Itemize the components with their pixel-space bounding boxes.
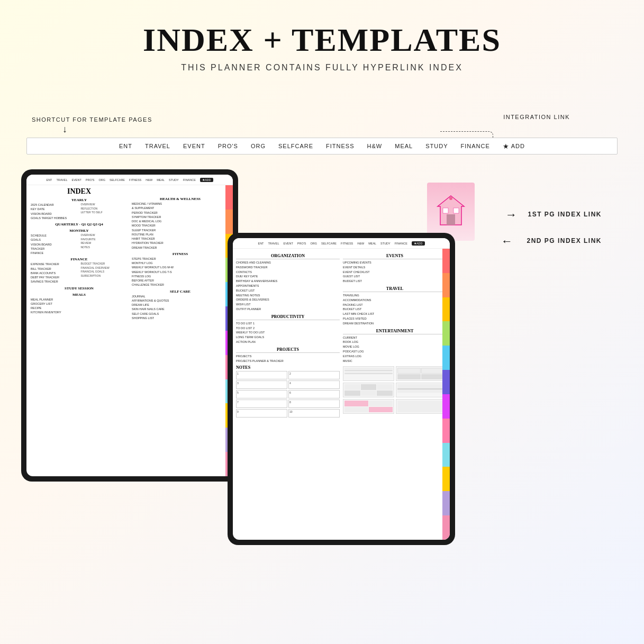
monthly-vision: VISION BOARD	[31, 242, 78, 247]
rtab-orange[interactable]	[442, 273, 450, 297]
rtab-cyan[interactable]	[442, 443, 450, 467]
fit-log: FITNESS LOG	[132, 274, 229, 278]
rtab-red[interactable]	[442, 249, 450, 273]
tnav-org[interactable]: ORG	[98, 178, 105, 182]
rtnav-travel[interactable]: TRAVEL	[268, 242, 279, 245]
yearly-item-keydate: KEY DATE	[31, 207, 78, 211]
rtab-violet[interactable]	[442, 394, 450, 419]
finance-sub-sub: SUBSCRIPTION	[81, 274, 128, 278]
rtab-rose[interactable]	[442, 515, 450, 540]
rtab-purple[interactable]	[442, 370, 450, 394]
tnav-pros[interactable]: PRO'S	[86, 178, 95, 182]
org-meeting: MEETING NOTES	[236, 293, 340, 298]
note-4: 4	[288, 380, 340, 389]
finance-items: EXPENSE TRACKER BILL TRACKER BANK ACCOUN…	[31, 262, 78, 284]
nav-pros[interactable]: PRO'S	[218, 143, 238, 149]
tmpl-thumb-3	[343, 383, 394, 397]
hw-routine: ROUTINE PLAN	[132, 232, 229, 237]
rtnav-study[interactable]: STUDY	[380, 242, 391, 245]
tnav-selfcare[interactable]: SELFCARE	[110, 178, 125, 182]
arrow-right-icon: →	[505, 208, 517, 222]
sc-skin: SKIN HAIR NAILS CARE	[132, 307, 229, 311]
rtab-pink[interactable]	[442, 419, 450, 443]
tnav-event[interactable]: EVENT	[71, 178, 81, 182]
right-tablet-content: ORGANIZATION CHORES AND CLEANING PASSWOR…	[233, 249, 450, 540]
template-thumbnails	[343, 366, 447, 414]
shortcut-label: SHORTCUT FOR TEMPLATE PAGES	[32, 116, 152, 123]
rtnav-org[interactable]: ORG	[310, 242, 317, 245]
org-password: PASSWORD TRACKER	[236, 265, 340, 270]
tab-orange[interactable]	[225, 210, 233, 234]
travel-section-title: TRAVEL	[343, 286, 447, 292]
header: INDEX + TEMPLATES THIS PLANNER CONTAINS …	[0, 0, 644, 72]
rtnav-pros[interactable]: PRO'S	[297, 242, 306, 245]
nav-ent[interactable]: ENT	[119, 143, 132, 149]
monthly-goals: GOALS	[31, 238, 78, 242]
prod-longterm: LONG TERM GOALS	[236, 335, 340, 340]
finance-bill: BILL TRACKER	[31, 267, 78, 271]
nav-finance[interactable]: FINANCE	[460, 143, 489, 149]
tnav-finance[interactable]: FINANCE	[183, 178, 196, 182]
monthly-sub-notes: NOTES	[81, 246, 128, 250]
proj-planner: PROJECTS PLANNER & TRACKER	[236, 359, 340, 364]
tnav-meal[interactable]: MEAL	[157, 178, 165, 182]
rtnav-meal[interactable]: MEAL	[368, 242, 376, 245]
rtnav-ent[interactable]: ENT	[258, 242, 264, 245]
rtnav-add[interactable]: ★ADD	[412, 241, 425, 246]
finance-expense: EXPENSE TRACKER	[31, 262, 78, 266]
ent-current: CURRENT	[343, 335, 447, 340]
nav-fitness[interactable]: FITNESS	[326, 143, 354, 149]
monthly-sub-overview: OVERVIEW	[81, 233, 128, 238]
rtnav-event[interactable]: EVENT	[283, 242, 293, 245]
pink-house-image	[427, 183, 475, 241]
rtab-green[interactable]	[442, 321, 450, 346]
nav-hw[interactable]: H&W	[367, 143, 383, 149]
study-title: STUDY SESSION	[31, 286, 128, 291]
tnav-hw[interactable]: H&W	[146, 178, 152, 182]
tr-traveling: TRAVELING	[343, 293, 447, 298]
tr-accommodations: ACCOMMODATIONS	[343, 298, 447, 303]
tnav-fitness[interactable]: FITNESS	[129, 178, 141, 182]
rtab-gold[interactable]	[442, 467, 450, 491]
nav-org[interactable]: ORG	[251, 143, 266, 149]
rtab-yellow[interactable]	[442, 297, 450, 322]
org-appointments: APPOINTMENTS	[236, 284, 340, 288]
nav-travel[interactable]: TRAVEL	[145, 143, 170, 149]
tab-red[interactable]	[225, 185, 233, 210]
tr-dream: DREAM DESTINATION	[343, 321, 447, 326]
ev-details: EVENT DETAILS	[343, 265, 447, 270]
rtnav-fitness[interactable]: FITNESS	[341, 242, 353, 245]
fit-weekly-mw: WEEKLY WORKOUT LOG M-W	[132, 265, 229, 269]
rtnav-finance[interactable]: FINANCE	[395, 242, 407, 245]
left-tablet-nav: ENT TRAVEL EVENT PRO'S ORG SELFCARE FITN…	[26, 175, 233, 185]
left-tablet: ENT TRAVEL EVENT PRO'S ORG SELFCARE FITN…	[21, 169, 238, 482]
rtnav-selfcare[interactable]: SELFCARE	[321, 242, 337, 245]
note-2: 2	[288, 371, 340, 379]
yearly-sub-reflection: REFLECTION	[81, 207, 128, 211]
nav-add[interactable]: ★ADD	[503, 142, 525, 150]
nav-selfcare[interactable]: SELFCARE	[278, 143, 313, 149]
tnav-study[interactable]: STUDY	[169, 178, 179, 182]
rtab-lavender[interactable]	[442, 491, 450, 515]
meals-grocery: GROCERY LIST	[31, 302, 128, 306]
hw-doc: DOC & MEDICAL LOG	[132, 219, 229, 223]
nav-meal[interactable]: MEAL	[395, 143, 413, 149]
org-outfit: OUTFIT PLANNER	[236, 307, 340, 312]
tnav-travel[interactable]: TRAVEL	[56, 178, 67, 182]
ev-budget: BUDGET LIST	[343, 279, 447, 284]
monthly-schedule: SCHEDULE	[31, 233, 78, 238]
monthly-row: SCHEDULE GOALS VISION BOARD TRACKER FINA…	[31, 233, 128, 255]
tnav-add[interactable]: ★ADD	[200, 178, 213, 182]
nav-event[interactable]: EVENT	[183, 143, 205, 149]
index-left-col: INDEX YEARLY 2025 CALENDAR KEY DATE VISI…	[31, 187, 128, 474]
yearly-item-goals: GOALS TARGET HOBBIES	[31, 216, 78, 220]
tnav-ent[interactable]: ENT	[46, 178, 52, 182]
prod-todo2: TO DO LIST 2	[236, 326, 340, 331]
rt-left-col: ORGANIZATION CHORES AND CLEANING PASSWOR…	[236, 251, 340, 538]
hw-period: PERIOD TRACKER	[132, 211, 229, 215]
rtab-blue[interactable]	[442, 346, 450, 370]
hw-dream: DREAM TRACKER	[132, 246, 229, 250]
rtnav-hw[interactable]: H&W	[357, 242, 364, 245]
nav-study[interactable]: STUDY	[425, 143, 448, 149]
selfcare-title: SELF CARE	[132, 289, 229, 294]
